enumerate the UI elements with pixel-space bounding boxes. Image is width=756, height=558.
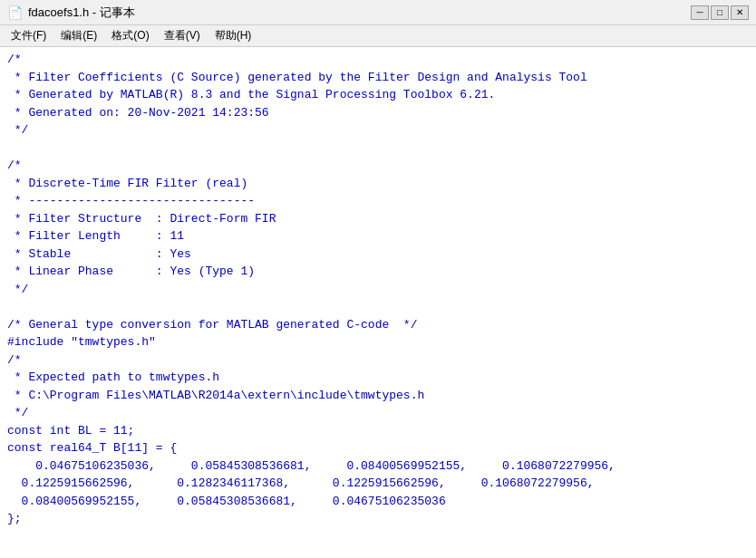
menu-file[interactable]: 文件(F)	[4, 26, 53, 45]
minimize-button[interactable]: ─	[691, 5, 709, 20]
close-button[interactable]: ✕	[731, 5, 749, 20]
title-bar-text: fdacoefs1.h - 记事本	[28, 5, 135, 21]
menu-view[interactable]: 查看(V)	[157, 26, 208, 45]
menu-format[interactable]: 格式(O)	[104, 26, 156, 45]
title-bar: 📄 fdacoefs1.h - 记事本 ─ □ ✕	[0, 0, 756, 25]
window-controls: ─ □ ✕	[691, 5, 749, 20]
code-content: /* * Filter Coefficients (C Source) gene…	[7, 51, 749, 528]
maximize-button[interactable]: □	[711, 5, 729, 20]
menu-bar: 文件(F) 编辑(E) 格式(O) 查看(V) 帮助(H)	[0, 25, 756, 47]
menu-edit[interactable]: 编辑(E)	[53, 26, 104, 45]
title-bar-icon: 📄	[7, 5, 23, 20]
content-area[interactable]: /* * Filter Coefficients (C Source) gene…	[0, 47, 756, 558]
menu-help[interactable]: 帮助(H)	[208, 26, 259, 45]
